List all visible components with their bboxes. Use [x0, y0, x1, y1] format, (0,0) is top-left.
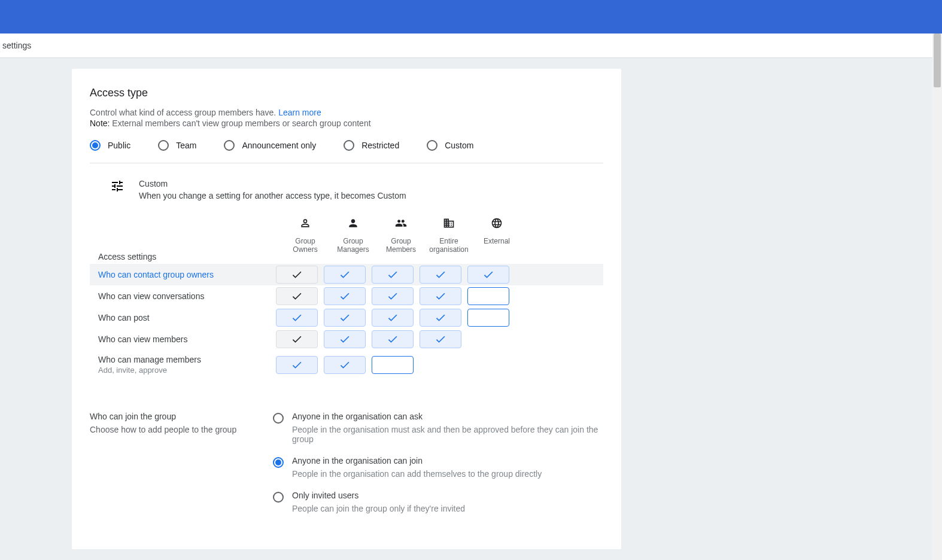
access-row-label[interactable]: Who can manage membersAdd, invite, appro…	[90, 350, 273, 379]
access-settings-label: Access settings	[90, 217, 281, 264]
permission-toggle[interactable]	[420, 266, 461, 284]
check-icon	[387, 269, 399, 281]
permission-toggle[interactable]	[324, 266, 366, 284]
access-type-restricted[interactable]: Restricted	[344, 140, 399, 151]
permission-toggle[interactable]	[372, 309, 414, 327]
access-type-label: Public	[108, 141, 130, 150]
permission-toggle[interactable]	[420, 287, 461, 305]
permission-toggle[interactable]	[467, 266, 509, 284]
column-label: GroupOwners	[293, 237, 317, 254]
permission-toggle[interactable]	[467, 287, 509, 305]
radio-unchecked-icon	[224, 140, 235, 151]
radio-unchecked-icon	[273, 492, 284, 503]
org-icon	[443, 217, 455, 237]
check-icon	[339, 269, 351, 281]
breadcrumb: settings	[2, 41, 31, 50]
app-header	[0, 0, 942, 34]
access-type-public[interactable]: Public	[90, 140, 130, 151]
permission-toggle[interactable]	[372, 266, 414, 284]
scroll-thumb[interactable]	[934, 34, 941, 87]
check-icon	[387, 290, 399, 302]
permission-toggle[interactable]	[276, 309, 318, 327]
people-icon	[395, 217, 407, 237]
description-text: Control what kind of access group member…	[90, 108, 276, 117]
join-option[interactable]: Anyone in the organisation can joinPeopl…	[273, 456, 603, 479]
access-row: Who can contact group owners	[90, 264, 603, 285]
permission-toggle[interactable]	[372, 330, 414, 348]
permission-toggle[interactable]	[324, 287, 366, 305]
column-label: GroupMembers	[386, 237, 416, 254]
access-type-label: Team	[176, 141, 196, 150]
note-prefix: Note:	[90, 118, 110, 128]
permission-toggle[interactable]	[420, 330, 461, 348]
check-icon	[291, 312, 303, 324]
access-type-label: Restricted	[361, 141, 399, 150]
check-icon	[434, 312, 446, 324]
note-line: Note: External members can't view group …	[90, 118, 603, 128]
access-type-team[interactable]: Team	[158, 140, 196, 151]
access-row-label[interactable]: Who can view conversations	[90, 287, 273, 306]
access-type-radio-group: PublicTeamAnnouncement onlyRestrictedCus…	[90, 140, 603, 163]
permission-toggle[interactable]	[372, 356, 414, 374]
radio-unchecked-icon	[344, 140, 354, 151]
join-option-label: Anyone in the organisation can join	[292, 456, 542, 465]
access-type-announcement[interactable]: Announcement only	[224, 140, 316, 151]
column-header-members: GroupMembers	[377, 217, 425, 264]
access-row: Who can post	[90, 307, 603, 328]
join-option-label: Anyone in the organisation can ask	[292, 412, 603, 421]
join-option-label: Only invited users	[292, 491, 465, 500]
column-header-owners: GroupOwners	[281, 217, 329, 264]
access-matrix: Access settings GroupOwnersGroupManagers…	[90, 217, 603, 379]
access-row: Who can view conversations	[90, 285, 603, 307]
permission-toggle[interactable]	[324, 330, 366, 348]
custom-info-row: Custom When you change a setting for ano…	[90, 163, 603, 206]
access-row: Who can manage membersAdd, invite, appro…	[90, 350, 603, 379]
learn-more-link[interactable]: Learn more	[278, 108, 321, 117]
radio-unchecked-icon	[158, 140, 169, 151]
column-header-managers: GroupManagers	[329, 217, 377, 264]
settings-card: Access type Control what kind of access …	[72, 69, 621, 549]
globe-icon	[491, 217, 503, 237]
check-icon	[291, 359, 303, 371]
radio-unchecked-icon	[427, 140, 437, 151]
permission-toggle[interactable]	[276, 356, 318, 374]
access-row-label[interactable]: Who can contact group owners	[90, 265, 273, 284]
permission-toggle[interactable]	[420, 309, 461, 327]
check-icon	[339, 359, 351, 371]
column-label: GroupManagers	[337, 237, 369, 254]
join-title: Who can join the group	[90, 412, 239, 421]
scrollbar[interactable]	[932, 34, 942, 560]
permission-toggle[interactable]	[372, 287, 414, 305]
access-type-label: Custom	[445, 141, 473, 150]
permission-toggle[interactable]	[276, 330, 318, 348]
permission-toggle[interactable]	[276, 287, 318, 305]
radio-checked-icon	[273, 457, 284, 468]
check-icon	[339, 312, 351, 324]
check-icon	[434, 269, 446, 281]
join-option-sub: People in the organisation can add thems…	[292, 469, 542, 479]
check-icon	[387, 312, 399, 324]
join-subtitle: Choose how to add people to the group	[90, 425, 239, 434]
access-row-label[interactable]: Who can post	[90, 308, 273, 327]
access-type-custom[interactable]: Custom	[427, 140, 473, 151]
check-icon	[434, 333, 446, 345]
radio-unchecked-icon	[273, 413, 284, 424]
check-icon	[434, 290, 446, 302]
join-option[interactable]: Anyone in the organisation can askPeople…	[273, 412, 603, 444]
permission-toggle[interactable]	[467, 309, 509, 327]
custom-sub: When you change a setting for another ac…	[139, 191, 406, 200]
join-option[interactable]: Only invited usersPeople can join the gr…	[273, 491, 603, 513]
column-label: Entireorganisation	[429, 237, 468, 254]
section-title: Access type	[90, 87, 603, 99]
permission-toggle[interactable]	[276, 266, 318, 284]
access-row-label[interactable]: Who can view members	[90, 330, 273, 349]
permission-toggle[interactable]	[324, 356, 366, 374]
check-icon	[339, 290, 351, 302]
tune-icon	[110, 179, 124, 195]
permission-toggle[interactable]	[324, 309, 366, 327]
custom-title: Custom	[139, 179, 406, 188]
person-outline-icon	[299, 217, 311, 237]
join-option-sub: People in the organisation must ask and …	[292, 425, 603, 444]
check-icon	[387, 333, 399, 345]
column-label: External	[484, 237, 510, 245]
